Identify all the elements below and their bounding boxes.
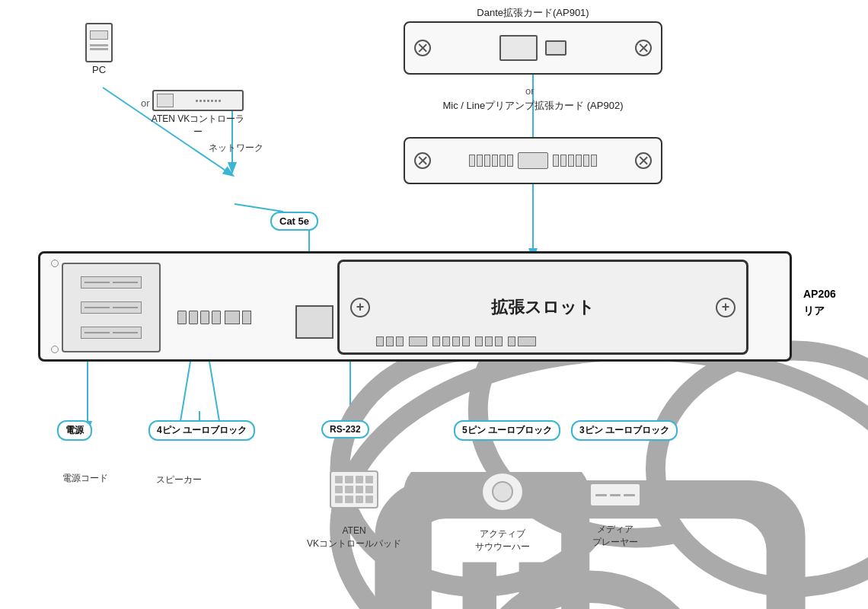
pin-10 <box>576 155 582 167</box>
key-11 <box>356 496 363 503</box>
expansion-slot: 拡張スロット + + <box>337 260 748 355</box>
pin-6 <box>507 155 513 167</box>
conn-4pin-4 <box>212 311 221 324</box>
exp-port-6 <box>452 336 460 346</box>
key-12 <box>365 496 373 503</box>
power-bar-1 <box>81 276 142 289</box>
exp-port-10 <box>495 336 503 346</box>
pin-2 <box>477 155 483 167</box>
key-4 <box>365 476 373 483</box>
aten-vk-label: ATEN VKコントローラー <box>148 113 247 139</box>
expansion-slot-label: 拡張スロット <box>491 296 595 319</box>
exp-port-wide <box>409 336 427 346</box>
key-10 <box>345 496 353 503</box>
power-line-2 <box>113 282 138 283</box>
aten-dots <box>177 100 239 102</box>
exp-port-7 <box>462 336 470 346</box>
svg-point-16 <box>340 350 868 609</box>
network-label: ネットワーク <box>202 142 270 155</box>
pin-7 <box>553 155 559 167</box>
ap902-card-body <box>404 137 662 184</box>
power-led-bottom <box>51 346 59 353</box>
3pin-badge: 3ピン ユーロブロック <box>571 420 678 441</box>
pc-icon: PC <box>76 23 122 75</box>
aten-dot-4 <box>207 100 209 102</box>
exp-port-11 <box>508 336 515 346</box>
4pin-connectors <box>177 311 251 324</box>
conn-extra-2 <box>242 311 251 324</box>
key-7 <box>356 486 363 493</box>
exp-port-4 <box>432 336 440 346</box>
conn-extra <box>225 311 240 324</box>
subwoofer-icon: アクティブ サウウーハー <box>475 472 530 553</box>
aten-keypad-label: ATEN VKコントロールパッド <box>307 512 401 550</box>
rs232-badge: RS-232 <box>321 420 369 438</box>
diagram: PC or ATEN VKコントローラー ネットワーク <box>0 0 868 609</box>
pc-tower <box>85 23 113 62</box>
ap902-group-2 <box>553 155 597 167</box>
5pin-badge: 5ピン ユーロブロック <box>454 420 560 441</box>
aten-vk-icon: ATEN VKコントローラー <box>148 90 247 139</box>
aten-device <box>152 90 244 111</box>
exp-port-8 <box>475 336 483 346</box>
cat5e-badge: Cat 5e <box>270 212 318 231</box>
subwoofer-label: アクティブ サウウーハー <box>475 515 530 553</box>
pc-label: PC <box>76 64 122 75</box>
plus-icon-left: + <box>350 298 370 317</box>
aten-dot-1 <box>196 100 198 102</box>
exp-port-2 <box>386 336 394 346</box>
key-8 <box>365 486 373 493</box>
mp-line-3 <box>624 494 635 496</box>
ap206-label: AP206 リア <box>803 285 836 320</box>
aten-dot-7 <box>219 100 221 102</box>
key-9 <box>335 496 343 503</box>
aten-keypad-icon: ATEN VKコントロールパッド <box>307 470 401 550</box>
ap902-screw-right <box>635 152 652 169</box>
aten-block <box>157 94 174 107</box>
dante-screw-right <box>635 40 652 56</box>
ap206-unit: 拡張スロット + + <box>38 251 792 362</box>
svg-point-29 <box>478 582 703 609</box>
svg-line-2 <box>235 204 283 212</box>
pin-4 <box>492 155 498 167</box>
subwoofer-shape <box>481 472 524 512</box>
key-1 <box>335 476 343 483</box>
dante-screw-left <box>414 40 431 56</box>
dante-card-body <box>404 21 662 75</box>
exp-bottom-ports <box>376 336 536 346</box>
ap902-ports <box>469 152 597 169</box>
svg-rect-22 <box>463 563 496 609</box>
mediaplayer-shape <box>589 483 641 507</box>
svg-rect-23 <box>519 563 553 609</box>
4pin-badge: 4ピン ユーロブロック <box>148 420 255 441</box>
rs232-port <box>295 305 333 339</box>
pin-8 <box>560 155 566 167</box>
pin-9 <box>568 155 574 167</box>
exp-port-9 <box>485 336 493 346</box>
plug-svg <box>62 472 868 609</box>
svg-point-19 <box>656 350 868 587</box>
power-cord-icon: 電源コード <box>62 472 108 485</box>
keypad-shape <box>330 470 378 509</box>
aten-dot-6 <box>215 100 217 102</box>
aten-dot-5 <box>211 100 213 102</box>
conn-4pin-3 <box>200 311 209 324</box>
key-3 <box>356 476 363 483</box>
power-led-top <box>51 260 59 267</box>
mediaplayer-label: メディア プレーヤー <box>589 510 641 548</box>
pin-3 <box>484 155 490 167</box>
power-line-3 <box>85 307 110 308</box>
network-cloud: ネットワーク <box>202 145 270 155</box>
conn-4pin-2 <box>189 311 198 324</box>
dante-port <box>499 35 538 61</box>
exp-port-1 <box>376 336 384 346</box>
aten-dot-3 <box>203 100 206 102</box>
plus-icon-right: + <box>716 298 736 317</box>
pin-5 <box>499 155 506 167</box>
ap902-group-1 <box>469 155 513 167</box>
power-bar-2 <box>81 301 142 314</box>
key-5 <box>335 486 343 493</box>
dante-connector <box>545 40 566 56</box>
exp-port-3 <box>396 336 404 346</box>
aten-dot-2 <box>199 100 202 102</box>
